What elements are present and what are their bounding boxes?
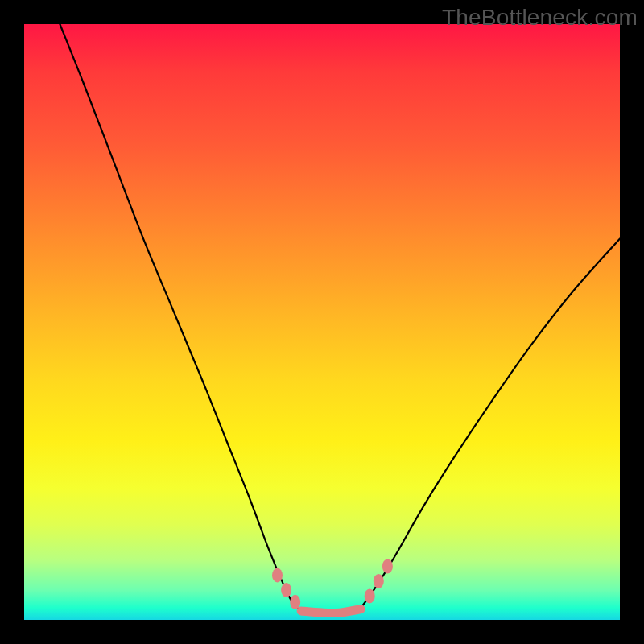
left-curve <box>60 24 301 611</box>
marker-dot <box>272 568 283 583</box>
marker-dot <box>281 583 291 597</box>
marker-dot <box>365 588 375 603</box>
marker-cluster-left <box>272 568 300 609</box>
plot-area <box>24 24 620 620</box>
marker-cluster-right <box>365 559 393 603</box>
right-curve <box>361 238 620 608</box>
marker-dot <box>382 559 393 573</box>
bottom-flat-highlight <box>301 609 361 613</box>
marker-dot <box>374 574 384 588</box>
marker-dot <box>290 595 300 609</box>
chart-svg <box>24 24 620 620</box>
watermark-text: TheBottleneck.com <box>442 5 638 31</box>
chart-frame: TheBottleneck.com <box>0 0 644 644</box>
